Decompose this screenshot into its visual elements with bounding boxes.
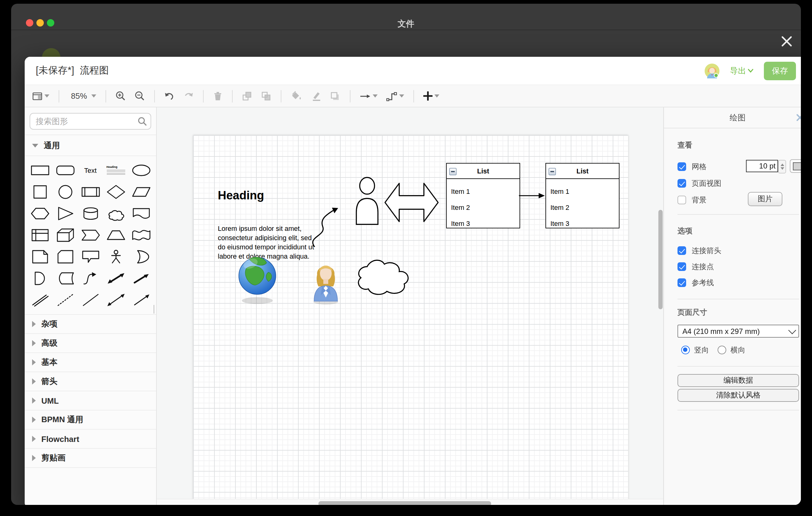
- sidebar-section-misc[interactable]: 杂项: [25, 314, 156, 333]
- shape-hexagon[interactable]: [27, 202, 53, 224]
- list-item[interactable]: Item 1: [546, 183, 619, 199]
- connection-style-button[interactable]: [358, 90, 379, 102]
- waypoint-style-button[interactable]: [384, 90, 406, 102]
- list-item[interactable]: Item 3: [546, 216, 619, 231]
- person-shape[interactable]: [355, 176, 379, 225]
- cloud-shape[interactable]: [352, 251, 410, 297]
- zoom-in-button[interactable]: [114, 89, 128, 103]
- collapse-icon[interactable]: [449, 168, 457, 175]
- clear-default-style-button[interactable]: 清除默认风格: [677, 389, 799, 402]
- shape-and[interactable]: [27, 267, 53, 289]
- shape-text[interactable]: Text: [78, 159, 103, 181]
- delete-button[interactable]: [211, 90, 225, 102]
- shape-textbox[interactable]: Heading: [103, 159, 128, 181]
- horizontal-scrollbar[interactable]: [318, 501, 491, 505]
- redo-button[interactable]: [181, 90, 196, 102]
- shape-cloud[interactable]: [103, 202, 128, 224]
- list-item[interactable]: Item 3: [447, 216, 520, 231]
- sidebar-section-clipart[interactable]: 剪贴画: [25, 448, 156, 467]
- save-button[interactable]: 保存: [764, 61, 796, 80]
- undo-button[interactable]: [162, 90, 176, 102]
- page-size-select[interactable]: A4 (210 mm x 297 mm): [677, 325, 799, 338]
- shape-data-storage[interactable]: [53, 267, 78, 289]
- list-item[interactable]: Item 2: [447, 199, 520, 216]
- list-item[interactable]: Item 1: [447, 183, 520, 199]
- background-checkbox[interactable]: [677, 196, 686, 204]
- connection-points-checkbox[interactable]: [677, 262, 686, 271]
- shape-cube[interactable]: [53, 224, 78, 246]
- fill-color-button[interactable]: [289, 89, 303, 103]
- shape-cylinder[interactable]: [78, 202, 103, 224]
- shape-document[interactable]: [128, 202, 154, 224]
- shape-callout[interactable]: [78, 246, 103, 267]
- shape-rectangle[interactable]: [27, 159, 53, 181]
- edit-data-button[interactable]: 编辑数据: [677, 374, 799, 387]
- collapse-icon[interactable]: [549, 168, 556, 175]
- shape-note[interactable]: [27, 246, 53, 267]
- globe-clipart[interactable]: [238, 253, 277, 305]
- shape-directional-connector[interactable]: [128, 289, 154, 311]
- connection-arrows-checkbox[interactable]: [677, 246, 686, 255]
- portrait-radio[interactable]: [681, 346, 690, 354]
- shape-triangle[interactable]: [53, 202, 78, 224]
- background-image-button[interactable]: 图片: [748, 192, 782, 206]
- shape-arrow[interactable]: [128, 267, 154, 289]
- shape-tape[interactable]: [128, 224, 154, 246]
- shape-line[interactable]: [78, 289, 103, 311]
- shape-curve[interactable]: [78, 267, 103, 289]
- user-avatar[interactable]: [705, 63, 720, 78]
- to-back-button[interactable]: [259, 90, 273, 102]
- shape-trapezoid[interactable]: [103, 224, 128, 246]
- close-icon[interactable]: [780, 34, 793, 48]
- sidebar-section-arrows[interactable]: 箭头: [25, 372, 156, 391]
- shape-step[interactable]: [78, 224, 103, 246]
- shape-link[interactable]: [27, 289, 53, 311]
- grid-checkbox[interactable]: [677, 162, 686, 171]
- curved-arrow-shape[interactable]: [310, 204, 347, 252]
- guides-checkbox[interactable]: [677, 278, 686, 287]
- grid-size-stepper[interactable]: [778, 160, 786, 173]
- shape-actor[interactable]: [103, 246, 128, 267]
- to-front-button[interactable]: [240, 90, 254, 102]
- export-button[interactable]: 导出: [730, 65, 753, 76]
- sidebar-section-bpmn[interactable]: BPMN 通用: [25, 410, 156, 429]
- list-shape[interactable]: List Item 1 Item 2 Item 3: [546, 163, 619, 228]
- shape-ellipse[interactable]: [128, 159, 154, 181]
- grid-size-input[interactable]: [746, 160, 778, 172]
- zoom-level-dropdown[interactable]: 85%: [67, 90, 98, 102]
- shape-bidirectional-connector[interactable]: [103, 289, 128, 311]
- shape-dotted-line[interactable]: [53, 289, 78, 311]
- shape-card[interactable]: [53, 246, 78, 267]
- view-mode-button[interactable]: [30, 90, 51, 102]
- sidebar-section-flowchart[interactable]: Flowchart: [25, 429, 156, 448]
- vertical-scrollbar[interactable]: [658, 210, 663, 309]
- shape-diamond[interactable]: [103, 181, 128, 202]
- double-arrow-shape[interactable]: [384, 177, 439, 228]
- landscape-radio[interactable]: [718, 346, 726, 354]
- search-input[interactable]: [30, 113, 151, 130]
- insert-button[interactable]: [422, 90, 441, 102]
- shape-internal-storage[interactable]: [27, 224, 53, 246]
- grid-color-button[interactable]: [790, 159, 801, 173]
- list-item[interactable]: Item 2: [546, 199, 619, 216]
- sidebar-section-basic[interactable]: 基本: [25, 352, 156, 372]
- sidebar-section-advanced[interactable]: 高级: [25, 333, 156, 352]
- shape-or[interactable]: [128, 246, 154, 267]
- shadow-button[interactable]: [328, 90, 343, 102]
- canvas-heading-text[interactable]: Heading: [218, 189, 264, 202]
- zoom-out-button[interactable]: [133, 89, 147, 103]
- shape-process[interactable]: [78, 181, 103, 202]
- shape-bidirectional-arrow[interactable]: [103, 267, 128, 289]
- sidebar-section-general[interactable]: 通用: [25, 135, 156, 155]
- page-view-checkbox[interactable]: [677, 179, 686, 188]
- line-color-button[interactable]: [309, 89, 323, 103]
- shape-square[interactable]: [27, 181, 53, 202]
- shape-circle[interactable]: [53, 181, 78, 202]
- drawing-canvas[interactable]: Heading Lorem ipsum dolor sit amet, cons…: [157, 107, 663, 505]
- shape-rounded-rectangle[interactable]: [53, 159, 78, 181]
- list-shape[interactable]: List Item 1 Item 2 Item 3: [446, 163, 520, 228]
- panel-close-icon[interactable]: [796, 114, 801, 122]
- woman-clipart[interactable]: [311, 258, 341, 305]
- shape-parallelogram[interactable]: [128, 181, 154, 202]
- sidebar-section-uml[interactable]: UML: [25, 391, 156, 410]
